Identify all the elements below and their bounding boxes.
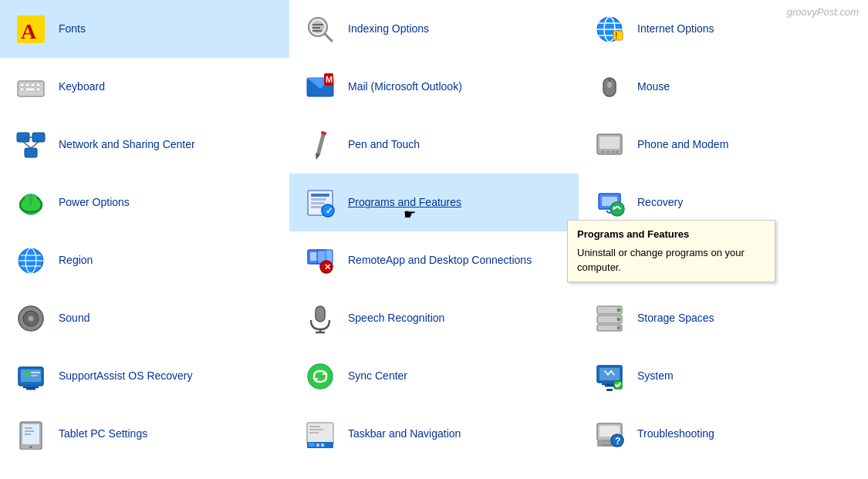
svg-text:!: ! xyxy=(615,32,617,40)
keyboard-label: Keyboard xyxy=(59,79,105,93)
svg-rect-85 xyxy=(31,372,40,373)
sync-label: Sync Center xyxy=(348,369,407,383)
recovery-label: Recovery xyxy=(637,195,683,209)
svg-rect-20 xyxy=(20,88,24,91)
svg-rect-49 xyxy=(311,202,325,204)
storage-icon xyxy=(591,300,628,337)
speech-icon xyxy=(302,300,339,337)
svg-rect-106 xyxy=(321,444,324,447)
network-label: Network and Sharing Center xyxy=(59,137,195,151)
item-tablet[interactable]: Tablet PC Settings xyxy=(0,405,289,463)
svg-rect-18 xyxy=(31,83,35,86)
svg-rect-16 xyxy=(20,83,24,86)
system-icon xyxy=(591,358,628,395)
item-indexing[interactable]: Indexing Options xyxy=(289,0,579,58)
svg-rect-19 xyxy=(36,83,40,86)
svg-rect-6 xyxy=(312,27,320,29)
fonts-icon: A xyxy=(12,11,49,48)
item-phone[interactable]: Phone and Modem xyxy=(579,116,868,174)
svg-marker-37 xyxy=(314,153,320,160)
fonts-label: Fonts xyxy=(59,22,86,35)
item-supportassist[interactable]: SupportAssist OS Recovery xyxy=(0,347,289,405)
svg-rect-31 xyxy=(32,133,45,142)
recovery-icon xyxy=(591,184,628,221)
svg-point-79 xyxy=(617,326,621,329)
svg-rect-5 xyxy=(312,24,323,25)
troubleshooting-icon: ? xyxy=(591,416,628,453)
item-remoteapp[interactable]: ✕ RemoteApp and Desktop Connections xyxy=(289,231,579,289)
programs-icon: ✓ xyxy=(302,184,339,221)
supportassist-icon xyxy=(12,358,49,395)
item-mouse[interactable]: Mouse xyxy=(579,58,868,116)
tooltip-description: Uninstall or change programs on your com… xyxy=(577,245,765,275)
item-taskbar[interactable]: Taskbar and Navigation xyxy=(289,405,579,463)
svg-line-34 xyxy=(31,142,39,148)
svg-point-87 xyxy=(308,364,333,389)
indexing-icon xyxy=(302,11,339,48)
mouse-icon xyxy=(591,69,628,106)
sound-label: Sound xyxy=(59,311,90,325)
region-icon xyxy=(12,242,49,279)
item-programs[interactable]: ✓ Programs and Features ☛ Programs and F… xyxy=(289,174,579,231)
mail-icon: M xyxy=(302,69,339,106)
item-fonts[interactable]: A Fonts xyxy=(0,0,289,58)
item-pen[interactable]: Pen and Touch xyxy=(289,116,579,174)
item-troubleshooting[interactable]: ? Troubleshooting xyxy=(579,405,868,463)
svg-point-70 xyxy=(29,317,32,320)
svg-rect-7 xyxy=(312,30,322,32)
svg-rect-50 xyxy=(311,206,323,208)
internet-icon: ! xyxy=(591,11,628,48)
svg-line-33 xyxy=(23,142,31,148)
storage-label: Storage Spaces xyxy=(637,311,714,325)
svg-point-78 xyxy=(617,317,621,321)
cursor: ☛ xyxy=(404,206,416,223)
supportassist-label: SupportAssist OS Recovery xyxy=(59,369,193,383)
svg-text:M: M xyxy=(326,75,333,84)
item-power[interactable]: Power Options xyxy=(0,174,289,231)
svg-point-29 xyxy=(607,82,612,88)
taskbar-label: Taskbar and Navigation xyxy=(348,427,461,440)
remoteapp-label: RemoteApp and Desktop Connections xyxy=(348,253,532,267)
svg-rect-17 xyxy=(25,83,29,86)
svg-rect-21 xyxy=(25,88,35,91)
item-region[interactable]: Region xyxy=(0,231,289,289)
tablet-label: Tablet PC Settings xyxy=(59,427,147,440)
item-system[interactable]: System xyxy=(579,347,868,405)
item-speech[interactable]: Speech Recognition xyxy=(289,289,579,347)
sound-icon xyxy=(12,300,49,337)
svg-rect-32 xyxy=(25,148,37,157)
item-keyboard[interactable]: Keyboard xyxy=(0,58,289,116)
phone-icon xyxy=(591,126,628,164)
power-icon xyxy=(12,184,49,221)
region-label: Region xyxy=(59,253,93,267)
taskbar-icon xyxy=(302,416,339,453)
item-network[interactable]: Network and Sharing Center xyxy=(0,116,289,174)
sync-icon xyxy=(302,358,339,395)
item-internet[interactable]: ! Internet Options xyxy=(579,0,868,58)
speech-label: Speech Recognition xyxy=(348,311,444,325)
internet-label: Internet Options xyxy=(637,22,714,35)
indexing-label: Indexing Options xyxy=(348,22,429,35)
item-storage[interactable]: Storage Spaces xyxy=(579,289,868,347)
item-mail[interactable]: M Mail (Microsoft Outlook) xyxy=(289,58,579,116)
svg-rect-47 xyxy=(311,194,329,197)
svg-point-98 xyxy=(30,446,32,448)
item-sound[interactable]: Sound xyxy=(0,289,289,347)
svg-rect-104 xyxy=(309,443,315,447)
keyboard-icon xyxy=(12,69,49,106)
network-icon xyxy=(12,126,49,164)
svg-rect-43 xyxy=(611,151,614,153)
power-label: Power Options xyxy=(59,195,130,209)
svg-text:A: A xyxy=(21,19,37,43)
svg-rect-41 xyxy=(602,151,605,153)
svg-line-4 xyxy=(325,34,332,41)
svg-rect-86 xyxy=(31,375,38,376)
svg-rect-71 xyxy=(316,306,325,322)
tooltip-title: Programs and Features xyxy=(577,227,765,242)
svg-rect-42 xyxy=(606,151,610,153)
svg-rect-94 xyxy=(606,389,613,391)
system-label: System xyxy=(637,369,674,383)
svg-rect-102 xyxy=(307,423,333,444)
svg-rect-48 xyxy=(311,198,326,201)
item-sync[interactable]: Sync Center xyxy=(289,347,579,405)
